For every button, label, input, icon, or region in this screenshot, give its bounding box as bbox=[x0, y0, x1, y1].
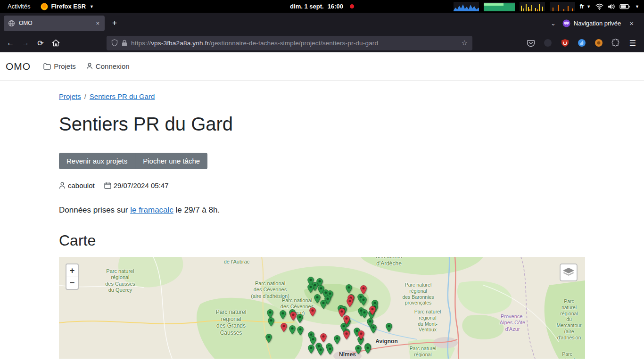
site-brand[interactable]: OMO bbox=[6, 61, 31, 72]
pocket-icon bbox=[527, 40, 535, 47]
new-tab-button[interactable]: + bbox=[107, 16, 122, 30]
map-marker-green[interactable] bbox=[280, 310, 286, 320]
map-marker-red[interactable] bbox=[347, 298, 353, 307]
leaflet-map[interactable]: Parc naturel régional des Causses du Que… bbox=[59, 257, 585, 359]
tab-close-button[interactable]: × bbox=[95, 20, 100, 27]
keyboard-layout-indicator[interactable]: fr▼ bbox=[580, 3, 591, 10]
map-marker-green[interactable] bbox=[265, 334, 272, 343]
browser-tab[interactable]: OMO × bbox=[4, 16, 105, 31]
map-layers-control[interactable] bbox=[560, 263, 578, 281]
map-marker-red[interactable] bbox=[309, 307, 316, 317]
extension-ublock-button[interactable] bbox=[557, 35, 572, 50]
list-tabs-chevron-icon[interactable]: ⌄ bbox=[551, 20, 556, 27]
map-marker-green[interactable] bbox=[297, 314, 303, 323]
breadcrumb-current-link[interactable]: Sentiers PR du Gard bbox=[90, 92, 155, 100]
map-label: Parc naturel régional bbox=[410, 346, 437, 358]
reload-button[interactable]: ⟳ bbox=[33, 35, 48, 50]
shield-icon[interactable] bbox=[111, 39, 118, 47]
back-to-projects-button[interactable]: Revenir aux projets bbox=[59, 153, 135, 169]
person-icon bbox=[86, 63, 93, 70]
project-meta: caboulot 29/07/2024 05:47 bbox=[59, 181, 585, 189]
page-title: Sentiers PR du Gard bbox=[59, 114, 585, 135]
recording-indicator-icon bbox=[350, 4, 354, 8]
map-label: des Monts d'Ardèche bbox=[376, 257, 402, 267]
map-zoom-control: + − bbox=[66, 263, 79, 290]
framacalc-link[interactable]: le framacalc bbox=[130, 206, 173, 214]
map-label: Parc naturel régional des Baronnies prov… bbox=[402, 282, 434, 306]
map-label: Parc naturel bbox=[558, 351, 576, 359]
private-mask-icon bbox=[562, 19, 570, 27]
battery-icon bbox=[619, 4, 630, 9]
map-marker-green[interactable] bbox=[289, 325, 296, 335]
url-host: vps-3fba2a8a.ynh.fr bbox=[151, 40, 209, 47]
memory-graph-icon bbox=[484, 2, 515, 11]
clock[interactable]: dim. 1 sept. 16:00 bbox=[290, 3, 354, 10]
map-marker-green[interactable] bbox=[268, 317, 274, 327]
map-marker-green[interactable] bbox=[308, 345, 314, 354]
map-marker-red[interactable] bbox=[358, 330, 364, 340]
tab-title: OMO bbox=[19, 20, 91, 26]
app-menu[interactable]: Firefox ESR ▼ bbox=[41, 3, 94, 10]
map-marker-green[interactable] bbox=[314, 294, 321, 304]
map-marker-red[interactable] bbox=[360, 285, 367, 295]
map-marker-red[interactable] bbox=[369, 306, 376, 315]
map-marker-red[interactable] bbox=[320, 333, 327, 343]
globe-icon bbox=[8, 20, 15, 27]
map-marker-green[interactable] bbox=[367, 318, 373, 328]
zoom-out-button[interactable]: − bbox=[66, 277, 78, 289]
map-marker-red[interactable] bbox=[281, 323, 287, 332]
zoom-in-button[interactable]: + bbox=[66, 264, 78, 277]
extension-darkreader-button[interactable] bbox=[540, 35, 555, 50]
nav-login[interactable]: Connexion bbox=[86, 62, 130, 70]
back-button[interactable]: ← bbox=[3, 35, 18, 50]
map-marker-green[interactable] bbox=[361, 309, 368, 319]
map-marker-green[interactable] bbox=[364, 345, 371, 354]
map-marker-red[interactable] bbox=[290, 312, 297, 321]
map-marker-green[interactable] bbox=[307, 284, 314, 293]
url-text: https://vps-3fba2a8a.ynh.fr/gestionnaire… bbox=[131, 40, 458, 47]
map-label: Parc naturel régional des Causses du Que… bbox=[105, 268, 135, 294]
author-meta: caboulot bbox=[59, 181, 95, 189]
pick-task-button[interactable]: Piocher une tâche bbox=[135, 153, 207, 169]
person-icon bbox=[59, 182, 66, 189]
nav-projects-label: Projets bbox=[54, 62, 76, 70]
extensions-button[interactable] bbox=[608, 35, 623, 50]
home-button[interactable] bbox=[48, 35, 63, 50]
map-marker-red[interactable] bbox=[343, 330, 350, 340]
window-close-button[interactable]: × bbox=[627, 19, 636, 27]
lock-icon[interactable] bbox=[122, 40, 127, 47]
map-marker-green[interactable] bbox=[320, 300, 327, 309]
url-path: /gestionnaire-de-taches-simple/project/s… bbox=[209, 40, 378, 47]
map-label: de l'Aubrac bbox=[224, 259, 250, 265]
breadcrumb-projects-link[interactable]: Projets bbox=[59, 92, 81, 100]
forward-button[interactable]: → bbox=[18, 35, 33, 50]
map-marker-green[interactable] bbox=[334, 335, 340, 345]
map-marker-green[interactable] bbox=[360, 296, 367, 306]
pocket-button[interactable] bbox=[523, 35, 538, 50]
nav-projects[interactable]: Projets bbox=[43, 62, 76, 70]
creation-date: 29/07/2024 05:47 bbox=[114, 181, 169, 189]
map-marker-green[interactable] bbox=[317, 346, 324, 356]
darkreader-icon bbox=[544, 39, 552, 47]
map-label: Parc naturel régional des Grands Causses bbox=[216, 309, 247, 337]
map-label: Provence- Alpes-Côte d'Azur bbox=[500, 313, 525, 332]
system-status-area[interactable]: ▼ bbox=[595, 3, 639, 10]
activities-button[interactable]: Activités bbox=[6, 2, 32, 11]
volume-icon bbox=[608, 3, 615, 10]
browser-toolbar: ← → ⟳ https://vps-3fba2a8a.ynh.fr/gestio… bbox=[0, 33, 644, 52]
url-bar[interactable]: https://vps-3fba2a8a.ynh.fr/gestionnaire… bbox=[107, 36, 472, 50]
browser-tab-strip: OMO × + ⌄ Navigation privée × bbox=[0, 13, 644, 33]
extension-orange-button[interactable] bbox=[591, 35, 606, 50]
map-marker-green[interactable] bbox=[386, 323, 392, 332]
private-browsing-badge: Navigation privée bbox=[562, 19, 621, 27]
map-marker-green[interactable] bbox=[297, 326, 304, 336]
ublock-icon bbox=[561, 39, 569, 47]
bookmark-star-icon[interactable]: ☆ bbox=[462, 39, 468, 47]
map-marker-red[interactable] bbox=[339, 308, 345, 318]
network-graph-icon bbox=[520, 2, 545, 11]
map-marker-green[interactable] bbox=[327, 346, 333, 355]
menu-button[interactable]: ☰ bbox=[625, 35, 640, 50]
map-marker-green[interactable] bbox=[346, 284, 352, 294]
extension-blue-button[interactable] bbox=[574, 35, 589, 50]
map-marker-green[interactable] bbox=[355, 345, 362, 354]
